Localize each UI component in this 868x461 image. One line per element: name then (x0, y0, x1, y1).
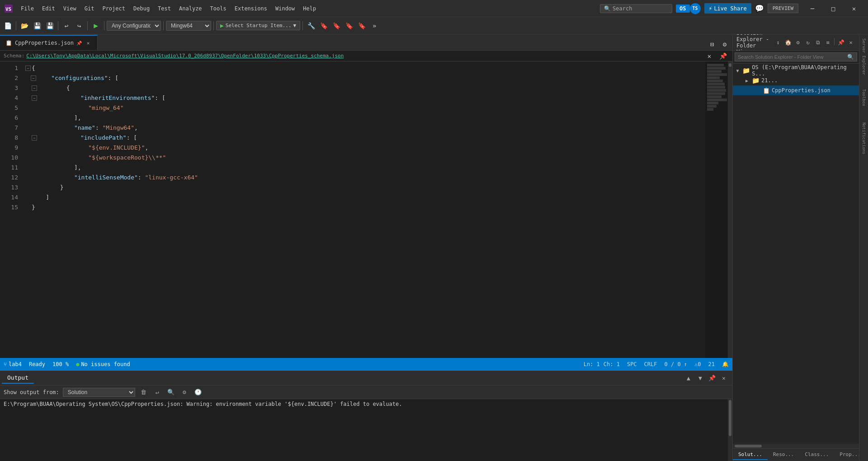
collapse-3[interactable]: − (32, 85, 37, 91)
git-changes-status[interactable]: 0 / 0 ↑ (661, 358, 691, 371)
menu-git[interactable]: Git (81, 4, 98, 14)
undo-icon[interactable]: ↩ (61, 20, 72, 32)
se-header-buttons: ↕ 🏠 ⚙ ↻ ⧉ ≡ 📌 ✕ (774, 38, 855, 47)
platform-dropdown[interactable]: Mingw64 (166, 21, 211, 31)
menu-help[interactable]: Help (299, 4, 320, 14)
redo-icon[interactable]: ↪ (73, 20, 85, 32)
more-icon[interactable]: » (368, 20, 380, 32)
collapse-4[interactable]: − (32, 95, 37, 101)
menu-window[interactable]: Window (272, 4, 298, 14)
se-root-item[interactable]: ▼ 📁 OS (E:\Program\BUAA\Operating S... (733, 66, 859, 75)
config-dropdown[interactable]: Any Configuration (107, 21, 161, 31)
output-wrap-btn[interactable]: ↵ (152, 387, 162, 397)
run-icon[interactable]: ▶ (90, 20, 102, 32)
bookmark-icon[interactable]: 🔖 (318, 20, 330, 32)
output-pin-btn[interactable]: 📌 (707, 373, 717, 383)
output-close-btn[interactable]: ✕ (719, 373, 729, 383)
schema-bar: Schema: C:\Users\Tony\AppData\Local\Micr… (0, 51, 732, 61)
menu-extensions[interactable]: Extensions (231, 4, 271, 14)
git-changes-label: 0 / 0 ↑ (665, 361, 688, 367)
close-schema-btn[interactable]: ✕ (703, 50, 715, 62)
output-content[interactable]: E:\Program\BUAA\Operating System\OS\CppP… (0, 399, 728, 461)
output-tab[interactable]: Output (2, 372, 34, 384)
code-line-3: − { (24, 83, 705, 93)
col-label: Ch: 1 (604, 361, 620, 367)
editor-scrollbar[interactable] (728, 61, 732, 358)
save-icon[interactable]: 💾 (31, 20, 43, 32)
se-sync-btn[interactable]: ↕ (774, 38, 783, 47)
collapse-8[interactable]: − (32, 135, 37, 141)
collapse-1[interactable]: − (25, 66, 31, 71)
se-horizontal-scrollbar[interactable] (733, 444, 859, 448)
title-search-box[interactable]: 🔍 Search (600, 4, 672, 13)
editor-area: 📋 CppProperties.json 📌 ✕ ⊟ ⚙ Schema: C:\… (0, 34, 732, 461)
se-home-btn[interactable]: 🏠 (783, 38, 793, 47)
status-zoom[interactable]: 100 % (49, 361, 72, 367)
menu-edit[interactable]: Edit (38, 4, 59, 14)
server-explorer-btn[interactable]: Server Explorer (859, 34, 868, 80)
panel-tab-solution[interactable]: Solut... (733, 450, 768, 460)
output-scrollbar[interactable] (728, 399, 732, 461)
panel-tab-resources[interactable]: Reso... (768, 450, 799, 460)
output-scroll-up-btn[interactable]: ▲ (684, 373, 693, 383)
bookmark2-icon[interactable]: 🔖 (330, 20, 342, 32)
commits-status[interactable]: 21 (705, 358, 718, 371)
output-clear-btn[interactable]: 🗑 (139, 387, 149, 397)
se-search-input[interactable] (738, 54, 845, 60)
se-search-box[interactable]: 🔍 (735, 52, 857, 61)
tab-split-icon[interactable]: ⊟ (706, 38, 718, 50)
feedback-icon[interactable]: 💬 (755, 4, 764, 13)
output-timestamp-btn[interactable]: 🕐 (193, 387, 203, 397)
tab-settings-icon[interactable]: ⚙ (719, 38, 731, 50)
line-ending-status[interactable]: CRLF (641, 358, 661, 371)
menu-tools[interactable]: Tools (207, 4, 230, 14)
errors-status[interactable]: ⚠ 0 (691, 358, 704, 371)
menu-file[interactable]: File (17, 4, 38, 14)
code-line-11: ], (24, 163, 705, 173)
pin-schema-btn[interactable]: 📌 (717, 50, 729, 62)
menu-project[interactable]: Project (99, 4, 129, 14)
code-content[interactable]: − { − "configurations": [ − { − (24, 61, 705, 358)
encoding-status[interactable]: SPC (623, 358, 641, 371)
bookmark3-icon[interactable]: 🔖 (343, 20, 355, 32)
menu-test[interactable]: Test (154, 4, 175, 14)
panel-tab-class[interactable]: Class... (799, 450, 834, 460)
open-icon[interactable]: 📂 (19, 20, 30, 32)
live-share-button[interactable]: ⚡ Live Share (704, 3, 751, 14)
menu-debug[interactable]: Debug (130, 4, 153, 14)
menu-view[interactable]: View (60, 4, 80, 14)
line-col-status[interactable]: Ln: 1 Ch: 1 (580, 358, 623, 371)
se-settings-btn[interactable]: ⚙ (793, 38, 802, 47)
se-folder-item[interactable]: ▶ 📁 21... (733, 75, 859, 85)
se-close-btn[interactable]: ✕ (846, 38, 855, 47)
tab-close-button[interactable]: ✕ (85, 39, 92, 47)
menu-analyze[interactable]: Analyze (175, 4, 206, 14)
bookmark4-icon[interactable]: 🔖 (356, 20, 368, 32)
output-scroll-down-btn[interactable]: ▼ (695, 373, 705, 383)
se-copy-btn[interactable]: ⧉ (813, 38, 822, 47)
save-all-icon[interactable]: 💾 (44, 20, 56, 32)
collapse-2[interactable]: − (31, 75, 36, 81)
notifications-btn[interactable]: Notifications (859, 116, 868, 161)
errors-icon: ⚠ (694, 361, 698, 367)
se-more-btn[interactable]: ≡ (823, 38, 832, 47)
live-share-icon: ⚡ (709, 5, 712, 12)
output-settings-btn[interactable]: ⚙ (179, 387, 189, 397)
toolbox-btn[interactable]: Toolbox (859, 80, 868, 116)
maximize-button[interactable]: □ (823, 0, 844, 17)
close-button[interactable]: ✕ (844, 0, 864, 17)
output-source-select[interactable]: Solution (63, 388, 135, 397)
minimize-button[interactable]: ─ (802, 0, 823, 17)
output-filter-btn[interactable]: 🔍 (166, 387, 176, 397)
new-project-icon[interactable]: 📄 (2, 20, 14, 32)
se-pin-btn[interactable]: 📌 (836, 38, 845, 47)
schema-path-link[interactable]: C:\Users\Tony\AppData\Local\Microsoft\Vi… (26, 53, 344, 59)
startup-item-button[interactable]: ▶ Select Startup Item... ▼ (216, 21, 300, 30)
se-file-item[interactable]: 📋 CppProperties.json (733, 85, 859, 95)
extension-icon[interactable]: 🔧 (305, 20, 317, 32)
se-refresh-btn[interactable]: ↻ (803, 38, 812, 47)
code-line-2: − "configurations": [ (24, 73, 705, 83)
menu-bar: File Edit View Git Project Debug Test An… (17, 4, 596, 14)
notifications-icon[interactable]: 🔔 (718, 358, 732, 371)
editor-tab-active[interactable]: 📋 CppProperties.json 📌 ✕ (0, 35, 98, 50)
